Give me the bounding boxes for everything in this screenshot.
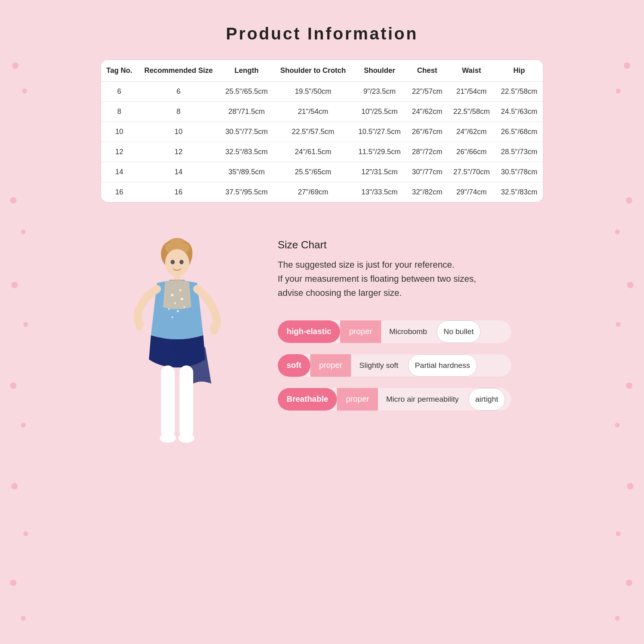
table-cell: 12 — [101, 142, 138, 162]
table-row: 161637.5"/95.5cm27"/69cm13"/33.5cm32"/82… — [101, 182, 543, 202]
table-header-cell: Tag No. — [101, 60, 138, 82]
table-cell: 30.5"/77.5cm — [219, 122, 273, 142]
table-cell: 22"/57cm — [407, 82, 448, 102]
feature-bar: BreathableproperMicro air permeabilityai… — [278, 388, 511, 411]
table-header: Tag No.Recommended SizeLengthShoulder to… — [101, 60, 543, 82]
svg-point-14 — [180, 289, 182, 291]
table-header-cell: Recommended Size — [138, 60, 220, 82]
svg-point-7 — [135, 319, 143, 330]
feature-bar: softproperSlightly softPartial hardness — [278, 354, 511, 377]
girl-image — [101, 227, 254, 468]
table-cell: 26"/67cm — [407, 122, 448, 142]
table-cell: 21"/54cm — [274, 102, 353, 122]
table-cell: 25.5"/65cm — [274, 162, 353, 182]
table-cell: 21"/54cm — [448, 82, 495, 102]
table-cell: 22.5"/58cm — [495, 82, 543, 102]
feature-mid-label: Slightly soft — [351, 354, 406, 377]
svg-point-21 — [171, 260, 175, 264]
table-body: 6625.5"/65.5cm19.5"/50cm9"/23.5cm22"/57c… — [101, 82, 543, 202]
table-cell: 12"/31.5cm — [353, 162, 407, 182]
size-chart-description: The suggested size is just for your refe… — [278, 258, 543, 300]
table-cell: 30.5"/78cm — [495, 162, 543, 182]
table-cell: 35"/89.5cm — [219, 162, 273, 182]
table-cell: 11.5"/29.5cm — [353, 142, 407, 162]
table-cell: 12 — [138, 142, 220, 162]
table-cell: 6 — [138, 82, 220, 102]
table-cell: 27.5"/70cm — [448, 162, 495, 182]
table-cell: 14 — [101, 162, 138, 182]
table-cell: 37.5"/95.5cm — [219, 182, 273, 202]
svg-rect-10 — [180, 365, 193, 438]
table-cell: 22.5"/57.5cm — [274, 122, 353, 142]
table-cell: 28"/71.5cm — [219, 102, 273, 122]
size-table-container: Tag No.Recommended SizeLengthShoulder to… — [101, 60, 543, 202]
feature-end-label: Partial hardness — [408, 354, 477, 377]
feature-proper-label: proper — [310, 354, 351, 377]
svg-point-22 — [180, 260, 184, 264]
page-title: Product Information — [0, 0, 644, 60]
table-cell: 32.5"/83.5cm — [219, 142, 273, 162]
feature-bar: high-elasticproperMicrobombNo bullet — [278, 320, 511, 343]
table-header-cell: Waist — [448, 60, 495, 82]
table-cell: 25.5"/65.5cm — [219, 82, 273, 102]
feature-proper-label: proper — [337, 388, 378, 411]
table-cell: 10"/25.5cm — [353, 102, 407, 122]
table-cell: 28.5"/73cm — [495, 142, 543, 162]
feature-end-label: airtight — [469, 388, 505, 411]
svg-point-15 — [174, 302, 176, 304]
table-row: 8828"/71.5cm21"/54cm10"/25.5cm24"/62cm22… — [101, 102, 543, 122]
svg-point-17 — [168, 308, 170, 310]
size-table: Tag No.Recommended SizeLengthShoulder to… — [101, 60, 543, 202]
size-chart-title: Size Chart — [278, 239, 543, 251]
table-row: 101030.5"/77.5cm22.5"/57.5cm10.5"/27.5cm… — [101, 122, 543, 142]
table-cell: 10 — [101, 122, 138, 142]
table-cell: 19.5"/50cm — [274, 82, 353, 102]
table-cell: 30"/77cm — [407, 162, 448, 182]
table-cell: 29"/74cm — [448, 182, 495, 202]
table-cell: 24"/62cm — [407, 102, 448, 122]
right-panel: Size Chart The suggested size is just fo… — [254, 227, 543, 411]
table-cell: 28"/72cm — [407, 142, 448, 162]
feature-proper-label: proper — [340, 320, 381, 343]
table-cell: 32.5"/83cm — [495, 182, 543, 202]
svg-point-19 — [184, 306, 185, 308]
feature-active-label: soft — [278, 354, 310, 377]
table-cell: 10 — [138, 122, 220, 142]
table-cell: 9"/23.5cm — [353, 82, 407, 102]
table-row: 6625.5"/65.5cm19.5"/50cm9"/23.5cm22"/57c… — [101, 82, 543, 102]
feature-bar-group: high-elasticproperMicrobombNo bulletsoft… — [278, 320, 543, 411]
table-cell: 16 — [138, 182, 220, 202]
feature-mid-label: Microbomb — [381, 320, 435, 343]
svg-point-11 — [160, 433, 176, 443]
table-cell: 10.5"/27.5cm — [353, 122, 407, 142]
table-cell: 22.5"/58cm — [448, 102, 495, 122]
table-cell: 24"/61.5cm — [274, 142, 353, 162]
table-cell: 27"/69cm — [274, 182, 353, 202]
svg-point-8 — [211, 323, 219, 334]
table-cell: 13"/33.5cm — [353, 182, 407, 202]
feature-active-label: Breathable — [278, 388, 337, 411]
feature-active-label: high-elastic — [278, 320, 340, 343]
table-cell: 14 — [138, 162, 220, 182]
svg-point-16 — [181, 298, 183, 300]
table-header-cell: Shoulder to Crotch — [274, 60, 353, 82]
svg-point-4 — [165, 249, 189, 277]
table-header-cell: Chest — [407, 60, 448, 82]
table-cell: 16 — [101, 182, 138, 202]
table-cell: 6 — [101, 82, 138, 102]
feature-mid-label: Micro air permeability — [378, 388, 467, 411]
table-cell: 24"/62cm — [448, 122, 495, 142]
table-header-cell: Shoulder — [353, 60, 407, 82]
feature-end-label: No bullet — [437, 320, 481, 343]
table-cell: 8 — [138, 102, 220, 122]
table-cell: 26"/66cm — [448, 142, 495, 162]
svg-point-13 — [171, 294, 173, 296]
table-header-cell: Hip — [495, 60, 543, 82]
table-cell: 32"/82cm — [407, 182, 448, 202]
table-row: 121232.5"/83.5cm24"/61.5cm11.5"/29.5cm28… — [101, 142, 543, 162]
svg-rect-9 — [161, 365, 175, 438]
table-cell: 8 — [101, 102, 138, 122]
svg-point-20 — [171, 316, 173, 318]
table-row: 141435"/89.5cm25.5"/65cm12"/31.5cm30"/77… — [101, 162, 543, 182]
bottom-section: Size Chart The suggested size is just fo… — [101, 227, 543, 468]
